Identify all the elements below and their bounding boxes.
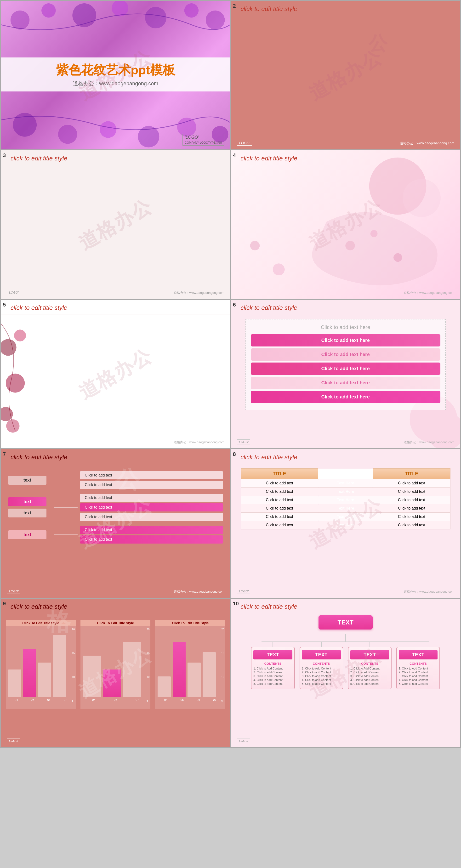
s10-col-title-2[interactable]: TEXT — [302, 650, 341, 659]
slide-9-title[interactable]: click to edit title style — [10, 603, 67, 610]
s10-col-subtitle-1: CONTENTS — [253, 662, 292, 665]
svg-point-5 — [184, 3, 199, 18]
svg-point-6 — [206, 10, 225, 30]
slide-8-title[interactable]: click to edit title style — [241, 454, 298, 461]
s10-col-1: TEXT CONTENTS 1. Click to Add Content 2.… — [251, 642, 295, 689]
svg-point-9 — [100, 121, 117, 138]
diagram-box-left-2b[interactable]: text — [8, 508, 47, 518]
diagram-box-left-1[interactable]: text — [8, 476, 47, 485]
chart-3-x-labels: 04050607 — [158, 698, 223, 702]
svg-point-1 — [41, 3, 56, 18]
table-row: Click to add text Text Here Click to add… — [241, 513, 451, 521]
table-cell-mid[interactable]: Text Here — [318, 479, 373, 488]
chart-2: Click To Edit Title Style 050607 2015105 — [81, 620, 150, 709]
slide-3: 3 click to edit title style 'LOGO' 道格办公：… — [1, 150, 230, 299]
s10-col-title-3[interactable]: TEXT — [350, 650, 389, 659]
slide-4-number: 4 — [233, 152, 236, 158]
slide-2-number: 2 — [233, 3, 236, 9]
slide-6-item-4[interactable]: Click to add text here — [251, 377, 441, 389]
diagram-box-right-3b[interactable]: Click to add text — [80, 535, 223, 544]
slide-10-top-btn[interactable]: TEXT — [318, 615, 373, 629]
s10-col-4: TEXT CONTENTS 1. Click to Add Content 2.… — [396, 642, 440, 689]
table-row: Click to add text Text Here Click to add… — [241, 521, 451, 529]
s10-connector-top — [345, 634, 346, 642]
slide-8-table: TITLE TITLE Click to add text Text Here … — [241, 468, 451, 529]
slide-6-title[interactable]: click to edit title style — [241, 304, 298, 312]
diagram-box-right-3a[interactable]: Click to add text — [80, 526, 223, 534]
slide-10-content: TEXT TEXT CONTENTS 1. Click to Add Conte… — [241, 615, 451, 689]
chart-1: Click To Edit Title Style 04050607 20151… — [6, 620, 76, 709]
s10-col-subtitle-2: CONTENTS — [302, 662, 341, 665]
svg-point-7 — [13, 113, 37, 136]
diagram-row-1: text Click to add text Click to add text — [8, 471, 223, 489]
chart-1-title: Click To Edit Title Style — [6, 620, 76, 626]
slide-9: 9 click to edit title style 道格办公 格 Click… — [1, 599, 230, 747]
diagram-box-right-2c[interactable]: Click to add text — [80, 513, 223, 521]
svg-point-3 — [112, 1, 128, 17]
s10-col-subtitle-3: CONTENTS — [350, 662, 389, 665]
diagram-box-left-2[interactable]: text — [8, 497, 47, 506]
s10-col-title-1[interactable]: TEXT — [253, 650, 292, 659]
slide-3-number: 3 — [3, 152, 6, 158]
table-cell-left[interactable]: Click to add text — [241, 479, 318, 488]
slide-6-item-1[interactable]: Click to add text here — [251, 334, 441, 346]
diagram-box-right-1b[interactable]: Click to add text — [80, 481, 223, 489]
s10-col-title-4[interactable]: TEXT — [399, 650, 437, 659]
slide-5: 5 click to edit title style 道格办公：www.dao… — [1, 300, 230, 448]
slide-2-title[interactable]: click to edit title style — [241, 5, 298, 13]
chart-2-area: 050607 2015105 — [81, 628, 150, 709]
slide-8: 8 click to edit title style 道格办公 TITLE T… — [231, 449, 460, 598]
slide-1: 紫色花纹艺术ppt模板 道格办公：www.daogebangong.com 'L… — [1, 1, 230, 149]
slide-8-website: 道格办公：www.daogebangong.com — [404, 590, 454, 594]
slide-2: 2 click to edit title style 'LOGO' 道格办公：… — [231, 1, 460, 149]
slide-2-logo: 'LOGO' — [237, 140, 252, 146]
diagram-box-right-2b[interactable]: Click to add text — [80, 503, 223, 512]
diagram-box-right-2a[interactable]: Click to add text — [80, 494, 223, 502]
chart-3-title: Click To Edit Title Style — [155, 620, 225, 626]
watermark-2: 道格办公 — [231, 1, 460, 149]
slide-1-main-title: 紫色花纹艺术ppt模板 — [1, 62, 230, 79]
slide-7-website: 道格办公：www.daogebangong.com — [174, 590, 224, 594]
slide-3-title[interactable]: click to edit title style — [10, 155, 67, 162]
table-row: Click to add text Text Here Click to add… — [241, 479, 451, 488]
slide-6-item-3[interactable]: Click to add text here — [251, 363, 441, 375]
s10-col-box-4: TEXT CONTENTS 1. Click to Add Content 2.… — [396, 647, 440, 689]
slide-5-divider — [1, 314, 230, 314]
svg-point-23 — [14, 330, 26, 341]
s10-col-3: TEXT CONTENTS 1. Click to Add Content 2.… — [348, 642, 392, 689]
watermark-3: 道格办公 — [1, 150, 230, 299]
diagram-row-3: text Click to add text Click to add text — [8, 526, 223, 544]
slide-7-title[interactable]: click to edit title style — [10, 454, 67, 461]
chart-3: Click To Edit Title Style 04050607 20151… — [155, 620, 225, 709]
slide-8-number: 8 — [233, 451, 236, 457]
slide-10-title[interactable]: click to edit title style — [241, 603, 298, 610]
slide-3-logo: 'LOGO' — [7, 290, 20, 295]
slide-7-logo: 'LOGO' — [7, 589, 20, 594]
s10-col-box-2: TEXT CONTENTS 1. Click to Add Content 2.… — [300, 647, 343, 689]
slide-6: 6 click to edit title style Click to add… — [231, 300, 460, 448]
slide-6-content: Click to add text here Click to add text… — [245, 319, 446, 410]
chart-2-x-labels: 050607 — [83, 698, 148, 702]
chart-3-area: 04050607 2015105 — [155, 628, 225, 709]
slide-5-title[interactable]: click to edit title style — [10, 304, 67, 312]
slide-4-website: 道格办公：www.daogebangong.com — [404, 291, 454, 295]
table-cell-right[interactable]: Click to add text — [373, 479, 451, 488]
slide-5-number: 5 — [3, 302, 6, 308]
slide-3-divider — [1, 165, 230, 165]
diagram-box-right-1a[interactable]: Click to add text — [80, 471, 223, 479]
slide-6-item-2[interactable]: Click to add text here — [251, 348, 441, 361]
slide-6-logo: 'LOGO' — [237, 439, 250, 444]
svg-point-13 — [369, 158, 426, 215]
slide-1-logo: 'LOGO' COMPANY LOGOTYPE 标题 — [183, 134, 224, 146]
slide-6-top-text[interactable]: Click to add text here — [251, 324, 441, 331]
table-header-title1: TITLE — [241, 469, 318, 479]
slide-10-logo: 'LOGO' — [237, 738, 250, 743]
slide-6-item-5[interactable]: Click to add text here — [251, 391, 441, 403]
table-header-mid — [318, 469, 373, 479]
s10-cols: TEXT CONTENTS 1. Click to Add Content 2.… — [251, 642, 440, 689]
svg-point-17 — [394, 253, 402, 262]
diagram-box-left-3[interactable]: text — [8, 530, 47, 539]
svg-point-8 — [58, 125, 78, 144]
slide-4-title[interactable]: click to edit title style — [241, 155, 298, 162]
s10-col-2: TEXT CONTENTS 1. Click to Add Content 2.… — [300, 642, 343, 689]
